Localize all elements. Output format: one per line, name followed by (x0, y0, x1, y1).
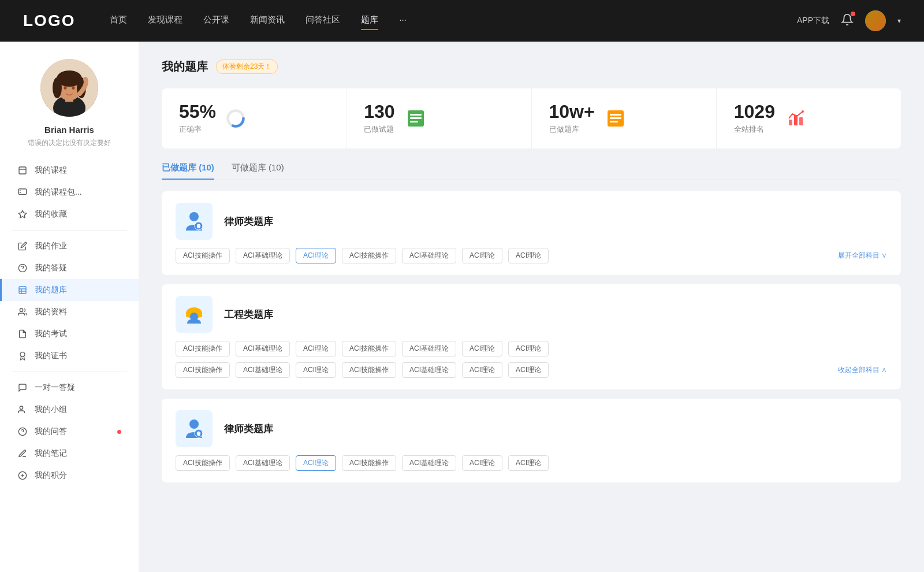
tag-2-1[interactable]: ACI基础理论 (236, 341, 290, 356)
tag-2-r2-2[interactable]: ACI理论 (296, 362, 336, 378)
sidebar-item-qbank[interactable]: 我的题库 (0, 279, 139, 301)
navbar: LOGO 首页 发现课程 公开课 新闻资讯 问答社区 题库 ··· APP下载 … (0, 0, 924, 42)
tag-3-4[interactable]: ACI基础理论 (402, 455, 456, 471)
sidebar-item-favorites[interactable]: 我的收藏 (0, 203, 139, 225)
tag-1-1[interactable]: ACI基础理论 (236, 248, 290, 263)
qbank-tags-2-row2: ACI技能操作 ACI基础理论 ACI理论 ACI技能操作 ACI基础理论 AC… (176, 362, 887, 378)
sidebar-item-homework[interactable]: 我的作业 (0, 235, 139, 257)
tag-3-3[interactable]: ACI技能操作 (342, 455, 396, 471)
sidebar-item-certificate[interactable]: 我的证书 (0, 345, 139, 367)
tag-2-r2-1[interactable]: ACI基础理论 (236, 362, 290, 378)
qa-icon (17, 263, 28, 273)
tag-1-5[interactable]: ACI理论 (462, 248, 502, 263)
tab-done-banks[interactable]: 已做题库 (10) (162, 162, 214, 179)
nav-news[interactable]: 新闻资讯 (250, 14, 285, 28)
tag-2-4[interactable]: ACI基础理论 (402, 341, 456, 356)
tabs-row: 已做题库 (10) 可做题库 (10) (162, 162, 901, 180)
notification-bell[interactable] (841, 13, 854, 28)
sidebar-item-materials[interactable]: 我的资料 (0, 301, 139, 323)
tag-3-2[interactable]: ACI理论 (296, 455, 336, 471)
tag-2-r2-5[interactable]: ACI理论 (462, 362, 502, 378)
sidebar-label-myqa: 我的问答 (35, 426, 67, 437)
avatar-svg (40, 59, 98, 117)
user-name: Brian Harris (44, 125, 94, 135)
sidebar-label-course: 我的课程 (35, 165, 67, 176)
engineer-icon (181, 302, 207, 327)
qbank-card-3: 律师类题库 ACI技能操作 ACI基础理论 ACI理论 ACI技能操作 ACI基… (162, 399, 901, 482)
trial-badge: 体验剩余23天！ (216, 60, 278, 74)
tag-1-0[interactable]: ACI技能操作 (176, 248, 230, 263)
svg-rect-36 (610, 114, 621, 116)
accuracy-icon (225, 108, 246, 129)
lawyer-icon (181, 209, 207, 234)
app-download-link[interactable]: APP下载 (797, 16, 829, 26)
tag-2-r2-6[interactable]: ACI理论 (508, 362, 549, 378)
stat-accuracy-label: 正确率 (179, 124, 216, 135)
tab-available-banks[interactable]: 可做题库 (10) (232, 162, 284, 179)
qbank-icon (17, 285, 28, 295)
nav-more[interactable]: ··· (399, 14, 407, 28)
user-menu-chevron[interactable]: ▾ (897, 17, 901, 25)
tag-3-0[interactable]: ACI技能操作 (176, 455, 230, 471)
sidebar-item-notes[interactable]: 我的笔记 (0, 443, 139, 465)
stat-ranking-label: 全站排名 (734, 124, 775, 135)
page-header: 我的题库 体验剩余23天！ (162, 59, 901, 75)
tag-3-1[interactable]: ACI基础理论 (236, 455, 290, 471)
nav-discover[interactable]: 发现课程 (148, 14, 182, 28)
tag-3-6[interactable]: ACI理论 (508, 455, 549, 471)
sidebar-item-exam[interactable]: 我的考试 (0, 323, 139, 345)
tag-1-6[interactable]: ACI理论 (508, 248, 549, 263)
collapse-link-2[interactable]: 收起全部科目 ∧ (838, 365, 887, 375)
svg-rect-38 (610, 121, 618, 122)
stat-questions-text: 130 已做试题 (364, 102, 394, 135)
svg-marker-14 (18, 210, 26, 218)
exam-icon (17, 329, 28, 339)
sidebar-divider-1 (12, 230, 127, 231)
stat-questions: 130 已做试题 (346, 88, 531, 148)
user-avatar-nav[interactable] (865, 10, 886, 31)
expand-link-1[interactable]: 展开全部科目 ∨ (838, 251, 887, 261)
sidebar-label-homework: 我的作业 (35, 241, 67, 251)
sidebar-menu: 我的课程 我的课程包... 我的收藏 我的作业 (0, 159, 139, 486)
sidebar-item-myqa[interactable]: 我的问答 (0, 421, 139, 443)
sidebar-item-groups[interactable]: 我的小组 (0, 399, 139, 421)
tag-2-r2-3[interactable]: ACI技能操作 (342, 362, 396, 378)
tag-2-5[interactable]: ACI理论 (462, 341, 502, 356)
nav-opencourse[interactable]: 公开课 (203, 14, 229, 28)
sidebar-item-package[interactable]: 我的课程包... (0, 181, 139, 203)
tag-1-4[interactable]: ACI基础理论 (402, 248, 456, 263)
sidebar-item-tutoring[interactable]: 一对一答疑 (0, 377, 139, 399)
tag-2-2[interactable]: ACI理论 (296, 341, 336, 356)
stat-ranking: 1029 全站排名 (717, 88, 901, 148)
sidebar-label-certificate: 我的证书 (35, 351, 67, 361)
tag-3-5[interactable]: ACI理论 (462, 455, 502, 471)
page-title: 我的题库 (162, 59, 208, 75)
tag-2-r2-4[interactable]: ACI基础理论 (402, 362, 456, 378)
qbank-card-1-header: 律师类题库 (176, 203, 887, 240)
sidebar-item-points[interactable]: 我的积分 (0, 465, 139, 486)
nav-home[interactable]: 首页 (110, 14, 127, 28)
svg-point-5 (53, 77, 62, 98)
tag-1-2[interactable]: ACI理论 (296, 248, 336, 263)
svg-rect-34 (410, 121, 418, 122)
main-layout: Brian Harris 错误的决定比没有决定要好 我的课程 我的课程包... (0, 42, 924, 572)
qbank-card-2-header: 工程类题库 (176, 296, 887, 333)
tag-1-3[interactable]: ACI技能操作 (342, 248, 396, 263)
questions-icon (404, 107, 427, 130)
tag-2-r2-0[interactable]: ACI技能操作 (176, 362, 230, 378)
lawyer-icon-2 (181, 416, 207, 441)
tag-2-0[interactable]: ACI技能操作 (176, 341, 230, 356)
sidebar-label-tutoring: 一对一答疑 (35, 382, 75, 393)
notification-badge (851, 12, 855, 16)
tag-2-6[interactable]: ACI理论 (508, 341, 549, 356)
tag-2-3[interactable]: ACI技能操作 (342, 341, 396, 356)
favorites-icon (17, 209, 28, 220)
sidebar-item-qa[interactable]: 我的答疑 (0, 257, 139, 279)
points-icon (17, 470, 28, 481)
tutoring-icon (17, 382, 28, 393)
nav-qa[interactable]: 问答社区 (305, 14, 340, 28)
svg-point-43 (189, 212, 199, 221)
sidebar-item-course[interactable]: 我的课程 (0, 159, 139, 181)
certificate-icon (17, 351, 28, 361)
nav-qbank[interactable]: 题库 (361, 14, 378, 28)
